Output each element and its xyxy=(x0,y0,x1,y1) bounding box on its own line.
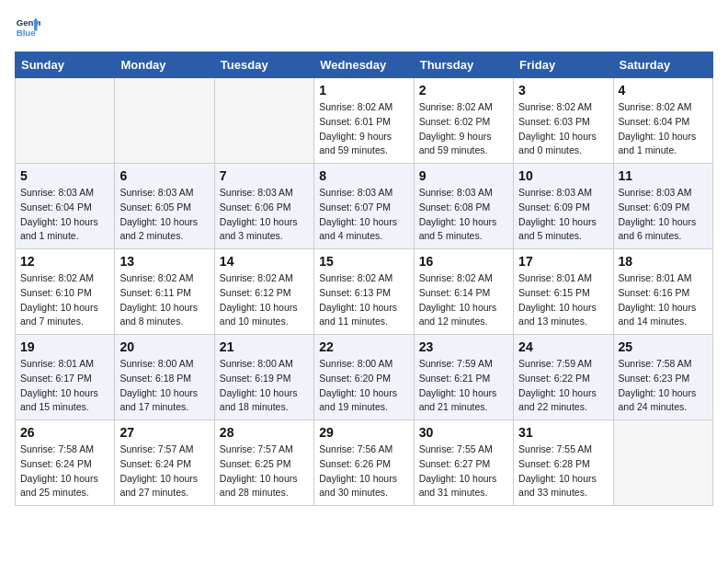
day-number: 1 xyxy=(319,83,408,98)
calendar-day-cell xyxy=(613,420,712,506)
calendar-day-cell: 6Sunrise: 8:03 AM Sunset: 6:05 PM Daylig… xyxy=(115,164,214,249)
calendar-day-cell: 5Sunrise: 8:03 AM Sunset: 6:04 PM Daylig… xyxy=(16,164,115,249)
day-info: Sunrise: 8:01 AM Sunset: 6:15 PM Dayligh… xyxy=(518,271,608,329)
day-info: Sunrise: 8:02 AM Sunset: 6:03 PM Dayligh… xyxy=(518,100,608,158)
calendar-week-row: 26Sunrise: 7:58 AM Sunset: 6:24 PM Dayli… xyxy=(16,420,713,506)
calendar-day-cell: 15Sunrise: 8:02 AM Sunset: 6:13 PM Dayli… xyxy=(314,249,414,335)
day-number: 13 xyxy=(119,254,209,269)
calendar-day-cell: 2Sunrise: 8:02 AM Sunset: 6:02 PM Daylig… xyxy=(414,78,513,164)
calendar-day-cell: 21Sunrise: 8:00 AM Sunset: 6:19 PM Dayli… xyxy=(214,335,313,420)
day-info: Sunrise: 8:00 AM Sunset: 6:18 PM Dayligh… xyxy=(119,357,209,415)
day-number: 25 xyxy=(619,339,708,354)
day-info: Sunrise: 8:03 AM Sunset: 6:06 PM Dayligh… xyxy=(220,186,309,244)
day-number: 16 xyxy=(419,254,508,269)
day-info: Sunrise: 8:02 AM Sunset: 6:12 PM Dayligh… xyxy=(220,271,309,329)
day-number: 3 xyxy=(518,83,608,98)
day-number: 12 xyxy=(20,254,109,269)
day-number: 10 xyxy=(518,168,608,183)
day-number: 26 xyxy=(20,425,109,440)
weekday-header-wednesday: Wednesday xyxy=(314,52,414,78)
calendar-day-cell: 24Sunrise: 7:59 AM Sunset: 6:22 PM Dayli… xyxy=(514,335,613,420)
day-number: 15 xyxy=(319,254,408,269)
day-info: Sunrise: 8:02 AM Sunset: 6:13 PM Dayligh… xyxy=(319,271,408,329)
day-info: Sunrise: 8:02 AM Sunset: 6:10 PM Dayligh… xyxy=(20,271,109,329)
day-number: 18 xyxy=(619,254,708,269)
calendar-day-cell: 8Sunrise: 8:03 AM Sunset: 6:07 PM Daylig… xyxy=(314,164,414,249)
day-info: Sunrise: 7:59 AM Sunset: 6:21 PM Dayligh… xyxy=(419,357,508,415)
day-number: 8 xyxy=(319,168,408,183)
day-number: 22 xyxy=(319,339,408,354)
day-number: 30 xyxy=(419,425,508,440)
calendar-day-cell: 4Sunrise: 8:02 AM Sunset: 6:04 PM Daylig… xyxy=(613,78,712,164)
day-number: 9 xyxy=(419,168,508,183)
day-info: Sunrise: 8:01 AM Sunset: 6:17 PM Dayligh… xyxy=(20,357,109,415)
day-info: Sunrise: 8:03 AM Sunset: 6:09 PM Dayligh… xyxy=(518,186,608,244)
calendar-day-cell: 20Sunrise: 8:00 AM Sunset: 6:18 PM Dayli… xyxy=(115,335,214,420)
calendar-day-cell: 12Sunrise: 8:02 AM Sunset: 6:10 PM Dayli… xyxy=(16,249,115,335)
day-info: Sunrise: 8:02 AM Sunset: 6:02 PM Dayligh… xyxy=(419,100,508,158)
day-number: 5 xyxy=(20,168,109,183)
calendar-week-row: 1Sunrise: 8:02 AM Sunset: 6:01 PM Daylig… xyxy=(16,78,713,164)
day-number: 24 xyxy=(518,339,608,354)
calendar-table: SundayMondayTuesdayWednesdayThursdayFrid… xyxy=(15,52,713,506)
day-number: 11 xyxy=(619,168,708,183)
day-info: Sunrise: 8:03 AM Sunset: 6:09 PM Dayligh… xyxy=(619,186,708,244)
calendar-day-cell: 3Sunrise: 8:02 AM Sunset: 6:03 PM Daylig… xyxy=(514,78,613,164)
calendar-day-cell xyxy=(214,78,313,164)
day-info: Sunrise: 8:02 AM Sunset: 6:01 PM Dayligh… xyxy=(319,100,408,158)
day-number: 19 xyxy=(20,339,109,354)
day-info: Sunrise: 8:00 AM Sunset: 6:19 PM Dayligh… xyxy=(220,357,309,415)
calendar-day-cell: 31Sunrise: 7:55 AM Sunset: 6:28 PM Dayli… xyxy=(514,420,613,506)
day-number: 17 xyxy=(518,254,608,269)
weekday-header-friday: Friday xyxy=(514,52,613,78)
weekday-header-thursday: Thursday xyxy=(414,52,513,78)
day-number: 21 xyxy=(220,339,309,354)
calendar-day-cell xyxy=(16,78,115,164)
day-number: 28 xyxy=(220,425,309,440)
day-number: 2 xyxy=(419,83,508,98)
day-info: Sunrise: 8:03 AM Sunset: 6:04 PM Dayligh… xyxy=(20,186,109,244)
calendar-day-cell: 11Sunrise: 8:03 AM Sunset: 6:09 PM Dayli… xyxy=(613,164,712,249)
day-number: 14 xyxy=(220,254,309,269)
day-number: 20 xyxy=(119,339,209,354)
day-info: Sunrise: 8:02 AM Sunset: 6:14 PM Dayligh… xyxy=(419,271,508,329)
svg-text:Blue: Blue xyxy=(17,28,36,38)
calendar-day-cell: 16Sunrise: 8:02 AM Sunset: 6:14 PM Dayli… xyxy=(414,249,513,335)
day-info: Sunrise: 7:58 AM Sunset: 6:23 PM Dayligh… xyxy=(619,357,708,415)
calendar-week-row: 19Sunrise: 8:01 AM Sunset: 6:17 PM Dayli… xyxy=(16,335,713,420)
day-number: 4 xyxy=(619,83,708,98)
day-number: 27 xyxy=(119,425,209,440)
day-info: Sunrise: 8:00 AM Sunset: 6:20 PM Dayligh… xyxy=(319,357,408,415)
weekday-header-monday: Monday xyxy=(115,52,214,78)
weekday-header-tuesday: Tuesday xyxy=(214,52,313,78)
calendar-day-cell: 28Sunrise: 7:57 AM Sunset: 6:25 PM Dayli… xyxy=(214,420,313,506)
weekday-header-saturday: Saturday xyxy=(613,52,712,78)
calendar-day-cell: 17Sunrise: 8:01 AM Sunset: 6:15 PM Dayli… xyxy=(514,249,613,335)
logo: General Blue xyxy=(15,15,44,40)
calendar-day-cell: 14Sunrise: 8:02 AM Sunset: 6:12 PM Dayli… xyxy=(214,249,313,335)
calendar-day-cell: 25Sunrise: 7:58 AM Sunset: 6:23 PM Dayli… xyxy=(613,335,712,420)
calendar-week-row: 5Sunrise: 8:03 AM Sunset: 6:04 PM Daylig… xyxy=(16,164,713,249)
day-info: Sunrise: 8:03 AM Sunset: 6:05 PM Dayligh… xyxy=(119,186,209,244)
logo-icon: General Blue xyxy=(15,15,40,40)
day-number: 29 xyxy=(319,425,408,440)
day-number: 31 xyxy=(518,425,608,440)
calendar-day-cell: 19Sunrise: 8:01 AM Sunset: 6:17 PM Dayli… xyxy=(16,335,115,420)
calendar-day-cell: 29Sunrise: 7:56 AM Sunset: 6:26 PM Dayli… xyxy=(314,420,414,506)
day-info: Sunrise: 7:55 AM Sunset: 6:27 PM Dayligh… xyxy=(419,442,508,500)
calendar-day-cell: 26Sunrise: 7:58 AM Sunset: 6:24 PM Dayli… xyxy=(16,420,115,506)
day-info: Sunrise: 8:03 AM Sunset: 6:08 PM Dayligh… xyxy=(419,186,508,244)
calendar-week-row: 12Sunrise: 8:02 AM Sunset: 6:10 PM Dayli… xyxy=(16,249,713,335)
calendar-day-cell: 30Sunrise: 7:55 AM Sunset: 6:27 PM Dayli… xyxy=(414,420,513,506)
day-info: Sunrise: 8:03 AM Sunset: 6:07 PM Dayligh… xyxy=(319,186,408,244)
day-info: Sunrise: 7:57 AM Sunset: 6:24 PM Dayligh… xyxy=(119,442,209,500)
calendar-day-cell: 13Sunrise: 8:02 AM Sunset: 6:11 PM Dayli… xyxy=(115,249,214,335)
calendar-day-cell: 18Sunrise: 8:01 AM Sunset: 6:16 PM Dayli… xyxy=(613,249,712,335)
calendar-day-cell: 9Sunrise: 8:03 AM Sunset: 6:08 PM Daylig… xyxy=(414,164,513,249)
weekday-header-row: SundayMondayTuesdayWednesdayThursdayFrid… xyxy=(16,52,713,78)
calendar-day-cell: 1Sunrise: 8:02 AM Sunset: 6:01 PM Daylig… xyxy=(314,78,414,164)
calendar-day-cell xyxy=(115,78,214,164)
day-info: Sunrise: 8:02 AM Sunset: 6:11 PM Dayligh… xyxy=(119,271,209,329)
calendar-day-cell: 10Sunrise: 8:03 AM Sunset: 6:09 PM Dayli… xyxy=(514,164,613,249)
day-info: Sunrise: 7:59 AM Sunset: 6:22 PM Dayligh… xyxy=(518,357,608,415)
